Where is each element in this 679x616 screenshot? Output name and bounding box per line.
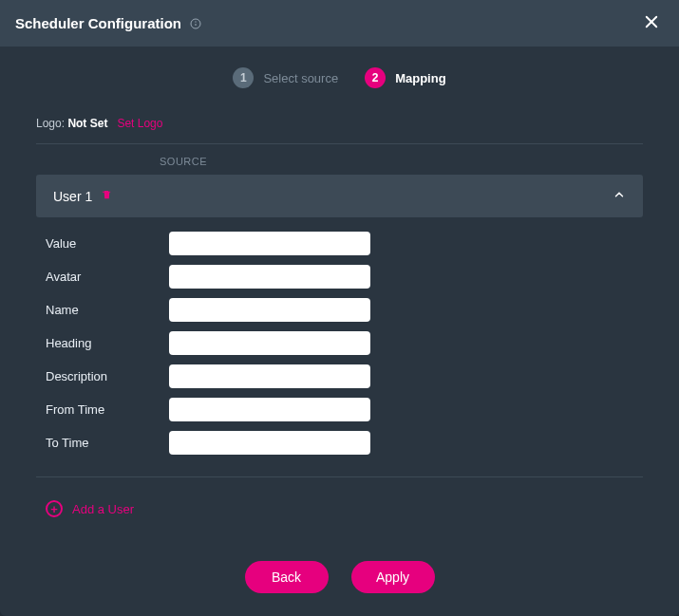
user-accordion-header[interactable]: User 1 bbox=[36, 175, 643, 217]
modal-title: Scheduler Configuration bbox=[15, 15, 181, 31]
step-select-source[interactable]: 1 Select source bbox=[233, 67, 338, 88]
label-value: Value bbox=[46, 236, 169, 251]
trash-icon[interactable] bbox=[102, 189, 112, 203]
add-user-button[interactable]: + Add a User bbox=[36, 477, 643, 540]
set-logo-link[interactable]: Set Logo bbox=[117, 117, 162, 130]
svg-point-2 bbox=[196, 21, 197, 22]
step-label-1: Select source bbox=[263, 71, 338, 85]
label-to-time: To Time bbox=[46, 436, 169, 450]
logo-row: Logo: Not Set Set Logo bbox=[36, 117, 643, 144]
label-avatar: Avatar bbox=[46, 270, 169, 284]
apply-button[interactable]: Apply bbox=[351, 561, 435, 593]
label-description: Description bbox=[46, 369, 169, 383]
accordion-title: User 1 bbox=[53, 189, 92, 204]
logo-value: Not Set bbox=[67, 117, 107, 130]
plus-circle-icon: + bbox=[46, 500, 63, 517]
logo-label: Logo: Not Set bbox=[36, 117, 107, 130]
input-name[interactable] bbox=[169, 298, 370, 322]
stepper: 1 Select source 2 Mapping bbox=[0, 47, 679, 117]
step-mapping[interactable]: 2 Mapping bbox=[365, 67, 445, 88]
form-row-description: Description bbox=[36, 360, 643, 393]
input-to-time[interactable] bbox=[169, 431, 370, 455]
close-icon[interactable] bbox=[639, 9, 664, 37]
modal-title-wrap: Scheduler Configuration bbox=[15, 15, 202, 31]
chevron-up-icon bbox=[613, 188, 626, 204]
label-from-time: From Time bbox=[46, 402, 169, 417]
form-row-avatar: Avatar bbox=[36, 260, 643, 293]
scheduler-config-modal: Scheduler Configuration 1 Select source … bbox=[0, 0, 679, 616]
step-number-2: 2 bbox=[365, 67, 386, 88]
input-from-time[interactable] bbox=[169, 398, 370, 421]
form-row-from-time: From Time bbox=[36, 393, 643, 426]
form-row-to-time: To Time bbox=[36, 426, 643, 459]
input-heading[interactable] bbox=[169, 331, 370, 355]
accordion-body: Value Avatar Name Heading Description Fr… bbox=[36, 217, 643, 469]
form-row-name: Name bbox=[36, 293, 643, 327]
modal-footer: Back Apply bbox=[0, 544, 679, 616]
form-row-heading: Heading bbox=[36, 327, 643, 360]
step-label-2: Mapping bbox=[395, 71, 445, 85]
step-number-1: 1 bbox=[233, 67, 254, 88]
label-heading: Heading bbox=[46, 336, 169, 350]
accordion-title-wrap: User 1 bbox=[53, 189, 112, 204]
input-avatar[interactable] bbox=[169, 265, 370, 289]
info-icon[interactable] bbox=[189, 17, 202, 30]
add-user-label: Add a User bbox=[72, 502, 134, 516]
label-name: Name bbox=[46, 303, 169, 317]
modal-header: Scheduler Configuration bbox=[0, 0, 679, 47]
form-row-value: Value bbox=[36, 227, 643, 260]
modal-content: Logo: Not Set Set Logo SOURCE User 1 bbox=[0, 117, 679, 544]
back-button[interactable]: Back bbox=[245, 561, 329, 593]
source-column-header: SOURCE bbox=[36, 144, 643, 175]
input-value[interactable] bbox=[169, 232, 370, 255]
input-description[interactable] bbox=[169, 364, 370, 388]
